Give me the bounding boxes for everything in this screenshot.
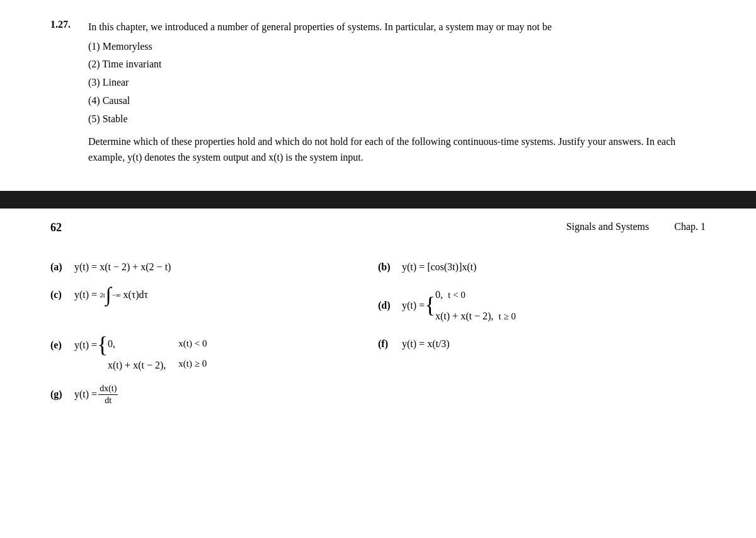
eq-e-case2-cond: x(t) ≥ 0: [178, 354, 207, 373]
equation-f: (f) y(t) = x(t/3): [378, 334, 706, 354]
eq-d-label: (d): [378, 295, 397, 316]
eq-c-lhs: y(t) =: [74, 285, 97, 305]
eq-f-content: y(t) = x(t/3): [402, 334, 450, 354]
eq-e-case1-val: 0,: [108, 334, 115, 354]
eq-e-brace: {: [97, 334, 108, 356]
eq-d-case1-val: 0,: [435, 285, 443, 305]
eq-e-cond1: x(t) < 0: [178, 334, 207, 353]
eq-e-label: (e): [50, 335, 69, 355]
eq-e-cond2: x(t) ≥ 0: [178, 354, 207, 373]
integral-limits: 2t: [100, 288, 105, 302]
eq-e-case1: 0,: [108, 334, 166, 354]
property-2: (2) Time invariant: [88, 55, 706, 74]
eq-d-lhs: y(t) =: [402, 295, 425, 316]
integral-lower-wrap: −∞: [112, 288, 120, 302]
page-title-area: Signals and Systems Chap. 1: [566, 221, 706, 232]
eq-e-case2-val: x(t) + x(t − 2),: [108, 355, 166, 375]
eq-g-frac-num: dx(t): [98, 383, 118, 395]
equation-c-block: (c) y(t) = 2t ∫ −∞ x(τ)dτ: [50, 281, 378, 330]
eq-g-fraction: dx(t) dt: [98, 383, 118, 406]
equation-b-block: (b) y(t) = [cos(3t)]x(t): [378, 253, 706, 281]
eq-a-content: y(t) = x(t − 2) + x(2 − t): [74, 257, 171, 277]
eq-d-case1: 0, t < 0: [435, 285, 516, 305]
page-title: Signals and Systems: [566, 221, 650, 232]
eq-c-label: (c): [50, 285, 69, 305]
eq-c-integral: 2t ∫ −∞ x(τ)dτ: [100, 285, 148, 305]
problem-number: 1.27.: [50, 19, 88, 168]
eq-e-conditions: x(t) < 0 x(t) ≥ 0: [178, 334, 207, 373]
problem-body: In this chapter, we introduced a number …: [88, 19, 706, 168]
equation-e-block: (e) y(t) = { 0, x(t) + x(t − 2), x(t) < …: [50, 330, 378, 379]
equation-b: (b) y(t) = [cos(3t)]x(t): [378, 257, 706, 277]
equation-empty: [378, 379, 706, 410]
property-1: (1) Memoryless: [88, 38, 706, 56]
eq-d-case1-cond: t < 0: [448, 285, 466, 304]
integral-lower: −∞: [112, 288, 120, 302]
equation-a-block: (a) y(t) = x(t − 2) + x(2 − t): [50, 253, 378, 281]
eq-g-lhs: y(t) =: [74, 384, 97, 404]
divider-bar: [0, 191, 756, 209]
integrand: x(τ)dτ: [123, 285, 149, 305]
equation-g-block: (g) y(t) = dx(t) dt: [50, 379, 378, 410]
property-4: (4) Causal: [88, 92, 706, 110]
bottom-section: 62 Signals and Systems Chap. 1 (a) y(t) …: [0, 209, 756, 429]
equation-a: (a) y(t) = x(t − 2) + x(2 − t): [50, 257, 353, 277]
page-chapter: Chap. 1: [674, 221, 706, 232]
eq-b-label: (b): [378, 257, 397, 277]
problem-header: 1.27. In this chapter, we introduced a n…: [50, 19, 706, 168]
top-section: 1.27. In this chapter, we introduced a n…: [0, 0, 756, 185]
eq-a-label: (a): [50, 257, 69, 277]
eq-d-case2-val: x(t) + x(t − 2),: [435, 306, 493, 326]
property-3: (3) Linear: [88, 74, 706, 92]
equation-d: (d) y(t) = { 0, t < 0 x(t) + x(t − 2), t…: [378, 285, 706, 326]
eq-e-case1-cond: x(t) < 0: [178, 334, 207, 353]
eq-d-case2-cond: t ≥ 0: [498, 307, 515, 326]
eq-e-cases: 0, x(t) + x(t − 2),: [108, 334, 166, 375]
equation-d-block: (d) y(t) = { 0, t < 0 x(t) + x(t − 2), t…: [378, 281, 706, 330]
equations-grid: (a) y(t) = x(t − 2) + x(2 − t) (b) y(t) …: [50, 253, 706, 410]
eq-b-content: y(t) = [cos(3t)]x(t): [402, 257, 476, 277]
problem-conclusion: Determine which of these properties hold…: [88, 134, 706, 166]
eq-d-cases: 0, t < 0 x(t) + x(t − 2), t ≥ 0: [435, 285, 516, 326]
page-number: 62: [50, 221, 62, 234]
eq-g-label: (g): [50, 384, 69, 404]
equation-g: (g) y(t) = dx(t) dt: [50, 383, 353, 406]
eq-f-label: (f): [378, 334, 397, 354]
property-list: (1) Memoryless (2) Time invariant (3) Li…: [88, 38, 706, 129]
eq-g-frac-den: dt: [103, 395, 113, 406]
integral-upper: 2t: [100, 288, 105, 302]
property-5: (5) Stable: [88, 110, 706, 129]
eq-e-case2: x(t) + x(t − 2),: [108, 355, 166, 375]
eq-d-case2: x(t) + x(t − 2), t ≥ 0: [435, 306, 516, 326]
problem-intro: In this chapter, we introduced a number …: [88, 19, 706, 35]
equation-e: (e) y(t) = { 0, x(t) + x(t − 2), x(t) < …: [50, 334, 353, 375]
eq-d-brace: {: [425, 294, 435, 316]
integral-symbol: ∫: [106, 287, 112, 303]
equation-f-block: (f) y(t) = x(t/3): [378, 330, 706, 379]
page-header: 62 Signals and Systems Chap. 1: [50, 221, 706, 234]
eq-e-lhs: y(t) =: [74, 335, 97, 355]
equation-c: (c) y(t) = 2t ∫ −∞ x(τ)dτ: [50, 285, 353, 305]
